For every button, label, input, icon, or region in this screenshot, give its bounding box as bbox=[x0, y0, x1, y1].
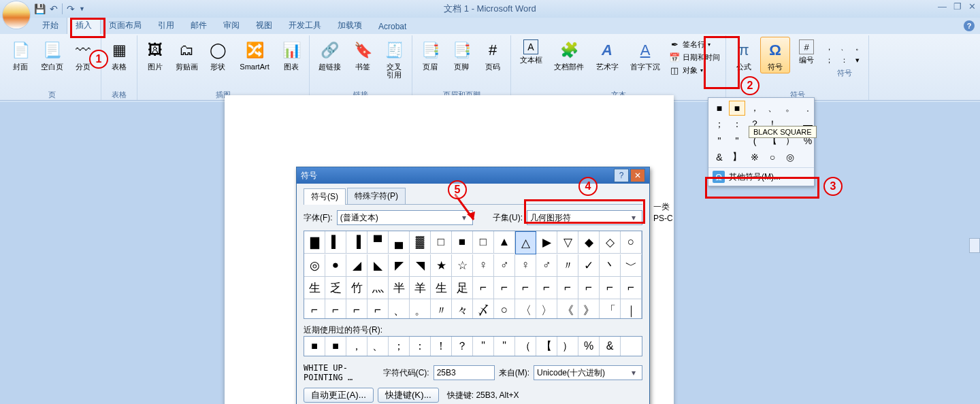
tab-dev[interactable]: 开发工具 bbox=[280, 17, 329, 34]
tab-addin[interactable]: 加载项 bbox=[329, 17, 370, 34]
char-cell[interactable]: ◢ bbox=[346, 254, 368, 277]
qat-undo-icon[interactable]: ↶ bbox=[50, 3, 58, 14]
char-cell[interactable]: ◣ bbox=[368, 254, 389, 277]
char-cell[interactable]: ▲ bbox=[494, 231, 515, 254]
more-symbols-item[interactable]: Ω 其他符号(M)... bbox=[708, 167, 814, 186]
recent-cell[interactable]: ！ bbox=[431, 337, 452, 356]
char-cell[interactable]: ● bbox=[325, 254, 346, 277]
symbol-char-grid[interactable]: ▇▌▐▀▄▓□■□▲△▶▽◆◇○◎●◢◣◤◥★☆♀♂♀♂〃✓丶﹀生乏竹灬半羊生足… bbox=[304, 231, 642, 319]
dialog-tab-symbol[interactable]: 符号(S) bbox=[304, 188, 346, 205]
header-button[interactable]: 📑页眉 bbox=[415, 37, 445, 73]
char-cell[interactable]: 生 bbox=[304, 277, 325, 299]
char-cell[interactable]: □ bbox=[473, 231, 494, 254]
char-cell[interactable]: ◎ bbox=[304, 254, 325, 277]
char-cell[interactable]: ♀ bbox=[473, 254, 494, 277]
drop-cap-button[interactable]: A首字下沉 bbox=[625, 37, 665, 73]
recent-cell[interactable]: ） bbox=[557, 337, 578, 356]
recent-symbols-row[interactable]: ■■，、；：！？""（【）%& bbox=[304, 336, 642, 356]
char-cell[interactable]: 丶 bbox=[600, 254, 621, 277]
char-cell[interactable]: ✓ bbox=[578, 254, 600, 277]
char-cell[interactable]: ⌐ bbox=[494, 277, 515, 299]
char-cell[interactable]: 乏 bbox=[325, 277, 346, 299]
recent-cell[interactable]: ： bbox=[410, 337, 431, 356]
char-cell[interactable]: ⌐ bbox=[621, 277, 642, 299]
char-cell[interactable]: ▇ bbox=[304, 231, 325, 254]
recent-cell[interactable]: ■ bbox=[325, 337, 346, 356]
table-button[interactable]: ▦表格 bbox=[104, 37, 134, 73]
char-cell[interactable]: □ bbox=[431, 231, 452, 254]
symbol-quick-cell[interactable]: ， bbox=[747, 101, 763, 116]
char-cell[interactable]: 。 bbox=[410, 299, 431, 319]
hyperlink-button[interactable]: 🔗超链接 bbox=[312, 37, 346, 73]
char-cell[interactable]: ▄ bbox=[389, 231, 410, 254]
recent-cell[interactable]: % bbox=[578, 337, 600, 356]
symbol-button[interactable]: Ω符号 bbox=[760, 37, 790, 73]
char-cell[interactable]: ★ bbox=[431, 254, 452, 277]
tab-view[interactable]: 视图 bbox=[248, 17, 280, 34]
font-combo[interactable]: (普通文本)▾ bbox=[337, 210, 473, 225]
tab-layout[interactable]: 页面布局 bbox=[101, 17, 150, 34]
help-icon[interactable]: ? bbox=[964, 20, 975, 31]
char-cell[interactable]: ▓ bbox=[410, 231, 431, 254]
char-cell[interactable]: 、 bbox=[389, 299, 410, 319]
smartart-button[interactable]: 🔀SmartArt bbox=[234, 37, 275, 73]
recent-cell[interactable]: ■ bbox=[304, 337, 325, 356]
char-cell[interactable]: ⌐ bbox=[600, 277, 621, 299]
punct-more-row1[interactable]: ， 、 。 bbox=[826, 41, 863, 53]
char-cell[interactable]: 〃 bbox=[557, 254, 578, 277]
number-button[interactable]: #编号 bbox=[791, 37, 821, 67]
char-cell[interactable]: ⌐ bbox=[578, 277, 600, 299]
dialog-tab-special[interactable]: 特殊字符(P) bbox=[347, 188, 406, 204]
recent-cell[interactable]: & bbox=[600, 337, 621, 356]
char-cell[interactable]: ⌐ bbox=[515, 277, 536, 299]
char-cell[interactable]: ⌐ bbox=[557, 277, 578, 299]
tab-mail[interactable]: 邮件 bbox=[182, 17, 215, 34]
blank-page-button[interactable]: 📃空白页 bbox=[37, 37, 67, 73]
page-break-button[interactable]: 〰分页 bbox=[68, 37, 98, 73]
dialog-help-icon[interactable]: ? bbox=[614, 169, 629, 182]
symbol-quick-cell[interactable]: ※ bbox=[747, 150, 763, 165]
char-cell[interactable]: ◤ bbox=[389, 254, 410, 277]
shortcut-key-button[interactable]: 快捷键(K)... bbox=[378, 388, 439, 403]
recent-cell[interactable]: ？ bbox=[452, 337, 473, 356]
char-cell[interactable]: ◥ bbox=[410, 254, 431, 277]
wordart-button[interactable]: A艺术字 bbox=[590, 37, 624, 73]
bookmark-button[interactable]: 🔖书签 bbox=[348, 37, 378, 73]
subset-combo[interactable]: 几何图形符▾ bbox=[527, 210, 642, 225]
cover-page-button[interactable]: 📄封面 bbox=[5, 37, 35, 73]
equation-button[interactable]: π公式 bbox=[729, 37, 759, 73]
symbol-quick-cell[interactable]: ； bbox=[711, 117, 728, 132]
chart-button[interactable]: 📊图表 bbox=[276, 37, 306, 73]
char-cell[interactable]: ⌐ bbox=[536, 277, 557, 299]
char-cell[interactable]: ｜ bbox=[621, 299, 642, 319]
office-button[interactable] bbox=[3, 1, 30, 29]
recent-cell[interactable]: 、 bbox=[368, 337, 389, 356]
clip-art-button[interactable]: 🗂剪贴画 bbox=[172, 37, 201, 73]
autocorrect-button[interactable]: 自动更正(A)... bbox=[304, 388, 374, 403]
object-button[interactable]: ◫对象▾ bbox=[669, 64, 720, 76]
minimize-icon[interactable]: — bbox=[938, 1, 947, 12]
qat-redo-icon[interactable]: ↷ bbox=[67, 3, 75, 14]
qat-dropdown-icon[interactable]: ▼ bbox=[79, 5, 85, 12]
char-cell[interactable]: 灬 bbox=[368, 277, 389, 299]
footer-button[interactable]: 📑页脚 bbox=[446, 37, 476, 73]
date-time-button[interactable]: 📅日期和时间 bbox=[669, 51, 720, 63]
char-cell[interactable]: 足 bbox=[452, 277, 473, 299]
picture-button[interactable]: 🖼图片 bbox=[140, 37, 170, 73]
recent-cell[interactable]: （ bbox=[515, 337, 536, 356]
qat-save-icon[interactable]: 💾 bbox=[34, 3, 46, 14]
char-cell[interactable]: ▌ bbox=[325, 231, 346, 254]
char-cell[interactable]: 生 bbox=[431, 277, 452, 299]
recent-cell[interactable]: 【 bbox=[536, 337, 557, 356]
char-cell[interactable]: ○ bbox=[621, 231, 642, 254]
dialog-close-icon[interactable]: ✕ bbox=[630, 169, 645, 182]
symbol-quick-cell[interactable]: & bbox=[711, 150, 728, 165]
quick-parts-button[interactable]: 🧩文档部件 bbox=[549, 37, 589, 73]
char-cell[interactable]: 竹 bbox=[346, 277, 368, 299]
recent-cell[interactable]: ， bbox=[346, 337, 368, 356]
page-number-button[interactable]: #页码 bbox=[478, 37, 508, 73]
char-cell[interactable]: ♂ bbox=[536, 254, 557, 277]
char-cell[interactable]: 〆 bbox=[473, 299, 494, 319]
textbox-button[interactable]: A文本框 bbox=[514, 37, 548, 67]
cross-ref-button[interactable]: 🧾交叉 引用 bbox=[379, 37, 409, 82]
